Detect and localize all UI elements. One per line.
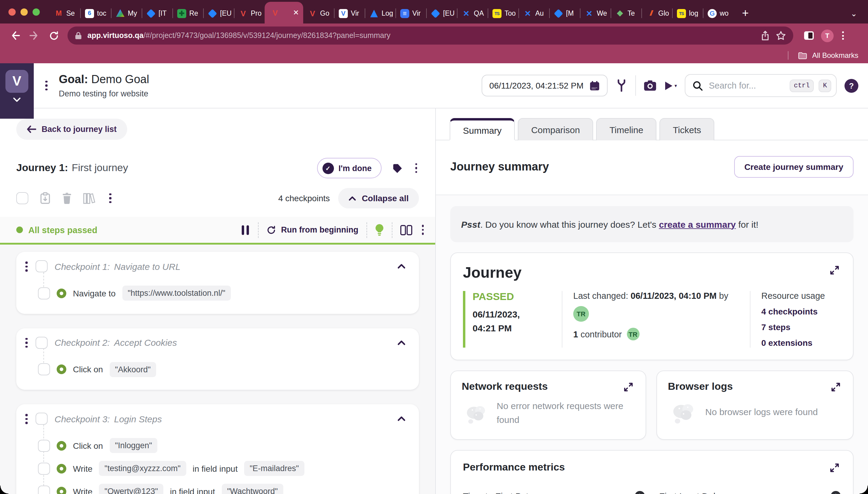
reload-button[interactable]: [46, 28, 61, 43]
collapse-checkpoint-button[interactable]: [395, 415, 408, 423]
browser-menu-icon[interactable]: [841, 30, 845, 41]
journey-more-menu-icon[interactable]: [413, 162, 419, 175]
collapse-all-button[interactable]: Collapse all: [338, 188, 419, 208]
checkbox[interactable]: [35, 413, 47, 425]
browser-profile-avatar[interactable]: T: [821, 29, 834, 42]
browser-tab[interactable]: TSlog: [672, 3, 703, 23]
browser-tab[interactable]: MSe: [50, 3, 80, 23]
browser-tab[interactable]: [EU: [203, 3, 234, 23]
drag-menu-icon[interactable]: [23, 412, 29, 425]
run-journey-button[interactable]: ▾: [664, 80, 677, 91]
all-bookmarks-label[interactable]: All Bookmarks: [812, 51, 858, 60]
checkpoint-header[interactable]: Checkpoint 2:Accept Cookies: [23, 336, 408, 349]
info-icon[interactable]: i: [831, 491, 841, 494]
browser-tab[interactable]: Gwo: [703, 3, 734, 23]
tag-icon[interactable]: [391, 163, 403, 174]
expand-network-requests-button[interactable]: [622, 381, 635, 393]
help-button[interactable]: ?: [845, 79, 858, 93]
checkbox[interactable]: [38, 439, 50, 452]
checkpoint-header[interactable]: Checkpoint 3:Login Steps: [23, 412, 408, 425]
browser-tab[interactable]: VVir: [334, 3, 365, 23]
forward-button[interactable]: [26, 28, 42, 43]
checkbox[interactable]: [38, 485, 50, 494]
run-from-beginning-button[interactable]: Run from beginning: [267, 225, 358, 235]
browser-tab[interactable]: My: [111, 3, 142, 23]
step-row[interactable]: Write"Qwerty@123"in field input"Wachtwoo…: [23, 480, 408, 494]
browser-tab[interactable]: ❖Te: [611, 3, 641, 23]
checkbox[interactable]: [38, 462, 50, 474]
browser-tab[interactable]: VPro: [234, 3, 265, 23]
virtuoso-logo[interactable]: V: [5, 70, 28, 93]
browser-tab-active[interactable]: V✕: [265, 2, 303, 23]
global-search[interactable]: ctrl K: [685, 74, 837, 97]
tab-comparison[interactable]: Comparison: [518, 118, 593, 140]
new-tab-button[interactable]: +: [742, 7, 749, 20]
select-all-checkbox[interactable]: [16, 192, 28, 204]
step-row[interactable]: Navigate to"https://www.toolstation.nl/": [23, 282, 408, 305]
back-to-journey-list-button[interactable]: Back to journey list: [16, 119, 127, 140]
browser-tab[interactable]: ✚Re: [172, 3, 203, 23]
browser-tab[interactable]: ✕We: [580, 3, 611, 23]
address-bar[interactable]: app.virtuoso.qa/#/project/97473/goal/136…: [68, 26, 793, 44]
checkpoint-header[interactable]: Checkpoint 1:Navigate to URL: [23, 260, 408, 273]
browser-tab[interactable]: ≡Vir: [395, 3, 426, 23]
bookmark-star-icon[interactable]: [776, 31, 786, 41]
collapse-checkpoint-button[interactable]: [395, 339, 408, 347]
browser-tab[interactable]: ✕QA: [457, 3, 488, 23]
app-sidebar-logo-block[interactable]: V: [0, 63, 34, 119]
split-view-icon[interactable]: [400, 224, 412, 235]
browser-tab[interactable]: 6toc: [80, 3, 111, 23]
expand-journey-card-button[interactable]: [828, 264, 841, 277]
collapse-checkpoint-button[interactable]: [395, 262, 408, 271]
minimize-window-icon[interactable]: [20, 8, 28, 15]
checkbox[interactable]: [38, 287, 50, 299]
im-done-button[interactable]: ✓ I'm done: [317, 158, 381, 178]
browser-tab[interactable]: [M: [549, 3, 580, 23]
play-dropdown-caret-icon[interactable]: ▾: [675, 83, 677, 88]
tab-search-chevron-icon[interactable]: ⌄: [851, 9, 857, 18]
browser-tab[interactable]: [EU: [426, 3, 457, 23]
tab-summary[interactable]: Summary: [450, 118, 515, 140]
fullscreen-window-icon[interactable]: [33, 8, 40, 15]
side-panel-icon[interactable]: [804, 31, 814, 40]
branch-fork-icon[interactable]: [615, 79, 627, 92]
browser-tab[interactable]: TSToo: [488, 3, 518, 23]
lightbulb-icon[interactable]: [375, 224, 384, 236]
browser-tab[interactable]: VGo: [303, 3, 334, 23]
checkbox[interactable]: [38, 363, 50, 375]
pause-icon[interactable]: [241, 225, 251, 235]
step-row[interactable]: Click on"Inloggen": [23, 434, 408, 457]
library-icon[interactable]: [83, 192, 96, 204]
snapshot-date-picker[interactable]: 06/11/2023, 04:21:52 PM: [482, 75, 608, 96]
browser-tab[interactable]: ✕Au: [518, 3, 549, 23]
sidebar-chevron-down-icon[interactable]: [13, 97, 21, 102]
share-icon[interactable]: [760, 30, 770, 41]
paste-clipboard-icon[interactable]: [40, 192, 51, 204]
checkbox[interactable]: [35, 337, 47, 349]
back-button[interactable]: [7, 28, 23, 43]
tab-tickets[interactable]: Tickets: [660, 118, 714, 140]
status-more-menu-icon[interactable]: [420, 223, 426, 237]
expand-browser-logs-button[interactable]: [829, 381, 842, 393]
close-window-icon[interactable]: [8, 8, 16, 15]
camera-icon[interactable]: [644, 80, 657, 91]
browser-tab[interactable]: Log: [365, 3, 395, 23]
checkpoint-actions-menu-icon[interactable]: [107, 192, 113, 205]
editor-avatar[interactable]: TR: [573, 306, 589, 322]
drag-menu-icon[interactable]: [23, 336, 29, 349]
create-journey-summary-button[interactable]: Create journey summary: [734, 156, 853, 178]
trash-icon[interactable]: [62, 192, 72, 204]
close-tab-icon[interactable]: ✕: [291, 8, 301, 17]
expand-performance-metrics-button[interactable]: [828, 461, 841, 474]
macos-window-controls[interactable]: [8, 8, 50, 15]
browser-tab[interactable]: [IT: [142, 3, 172, 23]
goal-menu-icon[interactable]: [43, 79, 49, 93]
step-row[interactable]: Write"testing@xyzzz.com"in field input"E…: [23, 457, 408, 480]
browser-tab[interactable]: //Glo: [641, 3, 672, 23]
create-a-summary-link[interactable]: create a summary: [659, 219, 736, 229]
search-input[interactable]: [708, 80, 785, 91]
info-icon[interactable]: i: [634, 491, 645, 494]
drag-menu-icon[interactable]: [23, 260, 29, 273]
checkbox[interactable]: [35, 261, 47, 272]
contributor-avatar[interactable]: TR: [627, 328, 639, 340]
